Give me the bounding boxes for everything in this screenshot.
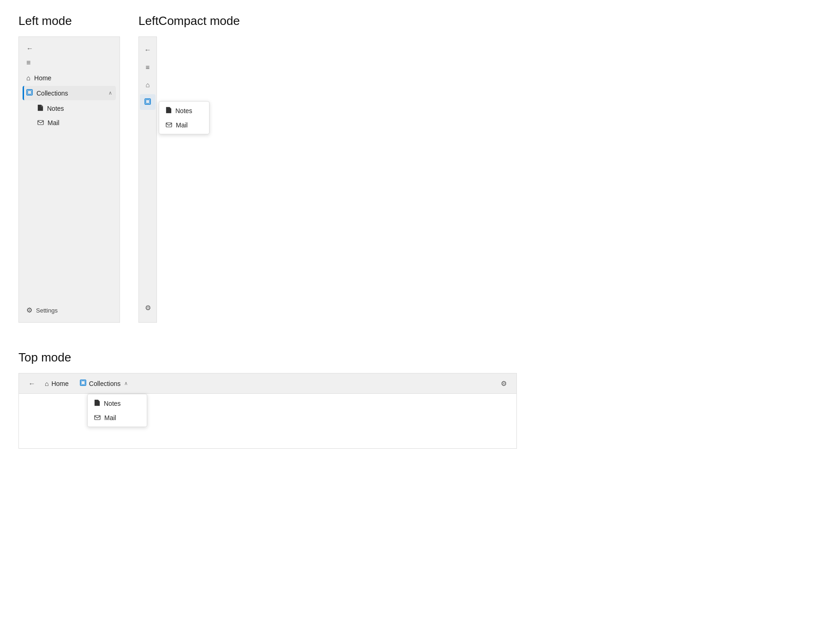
compact-flyout-popup: Notes Mail (159, 101, 210, 134)
back-icon: ← (26, 44, 33, 52)
top-flyout-notes-item[interactable]: Notes (88, 396, 147, 411)
top-mode-title: Top mode (18, 350, 809, 365)
compact-footer: ⚙ (140, 300, 156, 318)
flyout-notes-item[interactable]: Notes (159, 103, 209, 118)
home-icon: ⌂ (26, 74, 30, 82)
sidebar-footer: ⚙ Settings (19, 298, 120, 322)
top-home-label: Home (51, 380, 68, 387)
flyout-notes-label: Notes (175, 107, 192, 114)
svg-rect-5 (166, 123, 172, 127)
compact-hamburger-icon: ≡ (146, 63, 150, 71)
top-navbar: ← ⌂ Home Collections ∧ ⚙ (18, 373, 517, 393)
settings-icon: ⚙ (26, 306, 32, 314)
top-flyout-notes-label: Notes (104, 400, 121, 407)
top-home-icon: ⌂ (45, 380, 48, 387)
svg-rect-8 (95, 415, 100, 420)
top-collections-label: Collections (89, 380, 120, 387)
collections-icon (26, 89, 33, 97)
hamburger-button[interactable]: ≡ (23, 56, 116, 70)
flyout-mail-label: Mail (176, 121, 188, 129)
left-mode-section: Left mode ← ≡ ⌂ Home (18, 14, 120, 323)
settings-label: Settings (36, 307, 58, 314)
compact-settings-icon: ⚙ (145, 304, 151, 312)
home-label: Home (34, 74, 112, 82)
mail-icon (37, 119, 44, 126)
collections-label: Collections (36, 90, 105, 97)
svg-rect-2 (38, 120, 43, 125)
notes-label: Notes (47, 105, 112, 112)
top-flyout-mail-label: Mail (104, 414, 116, 421)
compact-hamburger-button[interactable]: ≡ (140, 59, 156, 75)
sidebar-item-notes[interactable]: Notes (34, 101, 116, 116)
top-flyout-mail-item[interactable]: Mail (88, 411, 147, 425)
collections-chevron-icon: ∧ (108, 90, 112, 96)
top-mode-wrapper: ← ⌂ Home Collections ∧ ⚙ (18, 373, 517, 449)
top-settings-icon: ⚙ (501, 379, 507, 388)
left-mode-title: Left mode (18, 14, 120, 28)
top-collections-icon (80, 379, 86, 387)
svg-rect-4 (146, 100, 150, 103)
compact-back-icon: ← (144, 46, 151, 54)
compact-home-button[interactable]: ⌂ (140, 77, 156, 92)
mail-label: Mail (48, 119, 112, 126)
top-flyout-notes-icon (94, 399, 100, 408)
top-back-button[interactable]: ← (24, 376, 39, 391)
top-mode-section: Top mode ← ⌂ Home Collections (18, 350, 809, 449)
back-button[interactable]: ← (23, 42, 116, 55)
compact-settings-button[interactable]: ⚙ (140, 300, 156, 316)
top-nav-home[interactable]: ⌂ Home (39, 374, 74, 394)
flyout-mail-icon (166, 121, 172, 129)
notes-doc-icon (37, 104, 43, 113)
top-content-area: Notes Mail (18, 393, 517, 449)
left-compact-title: LeftCompact mode (138, 14, 240, 28)
left-compact-sidebar: ← ≡ ⌂ (138, 36, 157, 323)
svg-rect-1 (28, 90, 31, 94)
top-nav-collections[interactable]: Collections ∧ (74, 374, 133, 394)
sidebar-item-collections[interactable]: Collections ∧ (23, 86, 116, 100)
sidebar-item-mail[interactable]: Mail (34, 116, 116, 130)
flyout-mail-item[interactable]: Mail (159, 118, 209, 132)
compact-back-button[interactable]: ← (140, 42, 156, 57)
svg-rect-7 (81, 381, 85, 385)
top-collections-chevron-icon: ∧ (124, 380, 128, 386)
top-settings-button[interactable]: ⚙ (496, 376, 511, 391)
settings-item[interactable]: ⚙ Settings (23, 303, 116, 318)
top-flyout-mail-icon (94, 414, 101, 421)
flyout-notes-icon (166, 107, 172, 115)
left-compact-section: LeftCompact mode ← ≡ ⌂ (138, 14, 240, 323)
left-mode-sidebar: ← ≡ ⌂ Home (18, 36, 120, 323)
sidebar-item-home[interactable]: ⌂ Home (23, 71, 116, 85)
top-flyout-popup: Notes Mail (87, 394, 147, 427)
compact-home-icon: ⌂ (145, 81, 150, 89)
compact-collections-icon (144, 98, 151, 106)
compact-collections-button[interactable] (140, 94, 156, 110)
top-back-icon: ← (29, 379, 36, 387)
hamburger-icon: ≡ (26, 59, 30, 67)
